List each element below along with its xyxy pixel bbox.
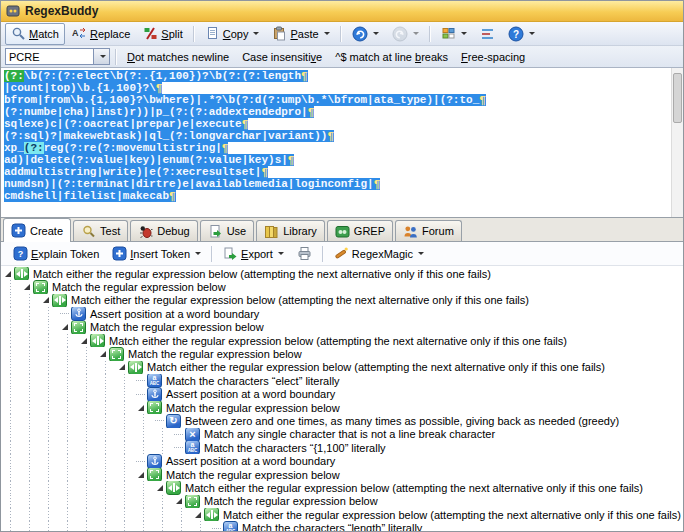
tree-row[interactable]: Match the regular expression below (1, 401, 683, 414)
option-match-at-line-breaks[interactable]: ^$ match at line breaks (330, 49, 453, 65)
tab-grep[interactable]: GREP (327, 220, 393, 241)
tree-row[interactable]: Match either the regular expression belo… (1, 508, 683, 521)
scrollbar-thumb[interactable] (673, 73, 682, 123)
chevron-down-icon (253, 32, 259, 35)
tree-row[interactable]: Match the regular expression below (1, 468, 683, 481)
regexmagic-button[interactable]: RegexMagic (328, 243, 430, 265)
flavor-select[interactable]: PCRE (5, 48, 110, 65)
tree-guide-line (1, 307, 20, 320)
expand-toggle[interactable] (39, 297, 52, 303)
main-toolbar: MatchAReplaceSplitCopyPaste? (1, 22, 683, 46)
tree-row[interactable]: aABCMatch the characters “length” litera… (1, 521, 683, 532)
separator (429, 26, 431, 42)
tree-row[interactable]: Match the regular expression below (1, 321, 683, 334)
expand-toggle[interactable] (77, 338, 90, 344)
tree-guide-line (58, 454, 77, 467)
tree-guide-line (1, 388, 20, 401)
option-free-spacing[interactable]: Free-spacing (456, 49, 530, 65)
button-label: Case insensitive (242, 51, 322, 63)
expand-toggle[interactable] (115, 364, 128, 370)
explain-token-button[interactable]: ?Explain Token (7, 243, 105, 265)
separator (340, 26, 342, 42)
tree-row[interactable]: Match either the regular expression belo… (1, 361, 683, 374)
option-dot-matches-newline[interactable]: Dot matches newline (122, 49, 234, 65)
regex-editor[interactable]: (?:\b(?:(?:elect\b(?:.{1,100})?\b(?:(?:l… (1, 68, 683, 218)
highlight-colors-button[interactable] (435, 23, 473, 45)
tree-guide-line (153, 428, 172, 441)
group-icon (147, 401, 162, 414)
magnifier-icon (11, 26, 26, 41)
tree-row[interactable]: Match either the regular expression belo… (1, 481, 683, 494)
tab-label: Create (30, 225, 63, 237)
tree-row[interactable]: Match the regular expression below (1, 495, 683, 508)
tree-row[interactable]: Match the regular expression below (1, 280, 683, 293)
tree-row[interactable]: aABCMatch the characters “{1,100” litera… (1, 441, 683, 454)
tree-guide-line (39, 334, 58, 347)
expand-toggle[interactable] (134, 472, 147, 478)
expand-toggle[interactable] (96, 351, 109, 357)
chevron-down-icon (529, 32, 535, 35)
title-bar[interactable]: RegexBuddy (1, 1, 683, 22)
button-label: Paste (290, 28, 318, 40)
tree-row[interactable]: Match either the regular expression belo… (1, 267, 683, 280)
tree-row[interactable]: ↻Between zero and one times, as many tim… (1, 414, 683, 427)
expand-toggle[interactable] (134, 405, 147, 411)
tab-library[interactable]: Library (256, 220, 325, 241)
option-case-insensitive[interactable]: Case insensitive (237, 49, 327, 65)
editor-scrollbar[interactable] (671, 68, 683, 217)
group-icon (109, 347, 124, 360)
tab-create[interactable]: Create (3, 218, 71, 242)
tree-guide-line (96, 441, 115, 454)
tree-row[interactable]: Match the regular expression below (1, 347, 683, 360)
window-title: RegexBuddy (25, 4, 98, 18)
app-icon (6, 4, 20, 18)
dotted-connector (136, 380, 145, 381)
leaf-connector (172, 447, 185, 448)
compare-button[interactable] (474, 23, 501, 45)
any-character-icon: × (185, 428, 200, 441)
expand-toggle[interactable] (58, 324, 71, 330)
tree-guide-line (58, 441, 77, 454)
tree-row[interactable]: Assert position at a word boundary (1, 307, 683, 320)
tree-guide-line (77, 414, 96, 427)
tree-row[interactable]: Assert position at a word boundary (1, 388, 683, 401)
dotted-connector (174, 434, 183, 435)
print-button[interactable] (291, 243, 318, 265)
tab-test[interactable]: Test (73, 220, 128, 241)
tree-guide-line (115, 374, 134, 387)
tree-row[interactable]: Match either the regular expression belo… (1, 334, 683, 347)
tree-row[interactable]: Assert position at a word boundary (1, 454, 683, 467)
tree-guide-line (77, 388, 96, 401)
chevron-down-icon (324, 32, 330, 35)
match-button[interactable]: Match (5, 23, 65, 45)
replace-button[interactable]: AReplace (66, 23, 136, 45)
expand-toggle[interactable] (191, 512, 204, 518)
expand-toggle[interactable] (20, 284, 33, 290)
tab-debug[interactable]: Debug (130, 220, 197, 241)
help-button[interactable]: ? (502, 23, 541, 45)
tree-guide-line (58, 481, 77, 494)
tree-guide-line (77, 508, 96, 521)
flavor-dropdown-button[interactable] (93, 49, 109, 64)
tab-forum[interactable]: Forum (395, 220, 462, 241)
tab-use[interactable]: Use (200, 220, 255, 241)
tree-guide-line (96, 428, 115, 441)
tree-row[interactable]: aABCMatch the characters “elect” literal… (1, 374, 683, 387)
tree-guide-line (58, 347, 77, 360)
line-wrap-marker: ¶ (222, 142, 229, 154)
expand-toggle[interactable] (153, 485, 166, 491)
paste-button[interactable]: Paste (266, 23, 335, 45)
split-button[interactable]: Split (137, 23, 188, 45)
expand-toggle[interactable] (172, 498, 185, 504)
expand-toggle[interactable] (1, 271, 14, 277)
selected-text: (?:\b(?:(?:elect\b(?:.{1,100})?\b(?:(?:l… (4, 70, 308, 82)
tree-guide-line (172, 521, 191, 532)
tree-row[interactable]: ×Match any single character that is not … (1, 428, 683, 441)
undo-button[interactable] (346, 23, 385, 45)
insert-token-button[interactable]: Insert Token (106, 243, 207, 265)
copy-button[interactable]: Copy (199, 23, 266, 45)
tree-row[interactable]: Match either the regular expression belo… (1, 294, 683, 307)
redo-button[interactable] (386, 23, 425, 45)
button-label: ^$ match at line breaks (335, 51, 448, 63)
export-button[interactable]: Export (217, 243, 290, 265)
